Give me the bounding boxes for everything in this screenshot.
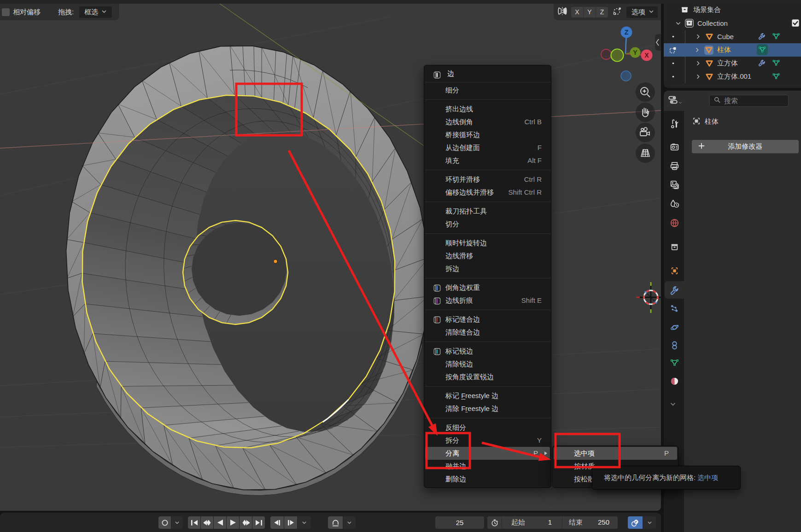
menu-item-填充[interactable]: 填充Alt F [425, 154, 550, 167]
sync-toggle-button[interactable] [628, 516, 643, 529]
auto-keying-dropdown[interactable] [171, 516, 183, 529]
menu-item-融并边[interactable]: 融并边 [425, 460, 550, 473]
options-dropdown[interactable]: 选项 [626, 6, 658, 18]
gizmo-axis-z-neg[interactable] [621, 71, 631, 81]
tab-tool[interactable] [665, 115, 684, 133]
editor-type-button[interactable] [668, 95, 683, 107]
menu-item-从边创建面[interactable]: 从边创建面F [425, 141, 550, 154]
expand-chevron-icon[interactable] [694, 46, 701, 53]
expand-chevron-icon[interactable] [695, 60, 702, 67]
add-modifier-button[interactable]: 添加修改器 [692, 140, 799, 153]
tab-world[interactable] [665, 214, 684, 231]
proportional-editing-icon[interactable] [613, 6, 622, 17]
tab-material[interactable] [665, 372, 684, 390]
gizmo-axis-x[interactable]: X [641, 50, 653, 61]
tab-strip-overflow-chevron-icon[interactable] [669, 400, 677, 410]
expand-chevron-icon[interactable] [675, 20, 682, 27]
zoom-icon[interactable] [636, 82, 655, 102]
menu-item-标记-Freestyle-边[interactable]: 标记 Freestyle 边 [425, 389, 550, 402]
tab-scene[interactable] [665, 195, 684, 212]
pan-hand-icon[interactable] [636, 103, 655, 122]
gizmo-axis-y[interactable]: Y [630, 47, 641, 58]
expand-chevron-icon[interactable] [695, 33, 702, 40]
expand-chevron-icon[interactable] [695, 73, 702, 80]
menu-item-反细分[interactable]: 反细分 [425, 421, 550, 434]
viewport-canvas[interactable]: YZX [0, 4, 661, 511]
stopwatch-icon[interactable] [491, 519, 499, 527]
frame-forward-button[interactable] [284, 516, 297, 529]
menu-item-桥接循环边[interactable]: 桥接循环边 [425, 128, 550, 141]
menu-item-边线折痕[interactable]: 边线折痕Shift E [425, 294, 550, 307]
sync-dropdown[interactable] [643, 516, 656, 529]
tab-render[interactable] [665, 138, 684, 156]
relative-offset-checkbox[interactable] [2, 8, 10, 16]
jump-to-start-button[interactable] [188, 516, 200, 529]
outliner-row-scene-collection[interactable]: 场景集合 [664, 4, 801, 17]
tab-object[interactable] [665, 262, 684, 279]
play-button[interactable] [227, 516, 239, 529]
auto-keying-toggle[interactable] [158, 516, 171, 529]
tab-particles[interactable] [665, 300, 684, 317]
previous-keyframe-button[interactable] [201, 516, 213, 529]
gizmo-axis-z[interactable]: Z [621, 27, 632, 38]
outliner-row--[interactable]: 柱体 [664, 43, 801, 57]
menu-item-label: 标记缝合边 [445, 315, 480, 323]
menu-item-清除锐边[interactable]: 清除锐边 [425, 358, 550, 370]
menu-item-删除边[interactable]: 删除边 [425, 473, 550, 486]
jump-to-end-button[interactable] [252, 516, 265, 529]
mirror-axis-x[interactable]: X [571, 7, 583, 17]
search-input[interactable]: 搜索 [709, 95, 789, 107]
outliner-row--[interactable]: 立方体 [664, 57, 801, 70]
menu-item-边线倒角[interactable]: 边线倒角Ctrl B [425, 116, 550, 128]
outliner-row-collection[interactable]: Collection [664, 17, 801, 30]
sidebar-collapse-tab[interactable] [655, 34, 661, 51]
mirror-axis-z[interactable]: Z [596, 7, 608, 17]
menu-item-分离[interactable]: 分离P [425, 447, 550, 460]
menu-item-挤出边线[interactable]: 挤出边线 [425, 103, 550, 116]
drag-mode-dropdown[interactable]: 框选 [79, 6, 112, 18]
end-frame-field[interactable]: 结束250 [562, 518, 618, 527]
menu-item-环切并滑移[interactable]: 环切并滑移Ctrl R [425, 173, 550, 186]
menu-item-按角度设置锐边[interactable]: 按角度设置锐边 [425, 370, 550, 383]
keying-dropdown[interactable] [343, 516, 356, 529]
outliner-row--001[interactable]: 立方体.001 [664, 70, 801, 83]
current-frame-field[interactable]: 25 [435, 516, 484, 529]
menu-item-顺时针旋转边[interactable]: 顺时针旋转边 [425, 237, 550, 249]
menu-item-清除-Freestyle-边[interactable]: 清除 Freestyle 边 [425, 402, 550, 415]
menu-item-清除缝合边[interactable]: 清除缝合边 [425, 326, 550, 339]
tab-physics[interactable] [665, 318, 684, 336]
menu-item-边线滑移[interactable]: 边线滑移 [425, 249, 550, 262]
keying-set-icon-button[interactable] [328, 516, 343, 529]
outliner-row-cube[interactable]: Cube [664, 30, 801, 43]
menu-item-标记缝合边[interactable]: 标记缝合边 [425, 313, 550, 326]
mirror-icon[interactable] [557, 6, 567, 18]
gizmo-axis-y-neg[interactable] [611, 49, 624, 62]
start-frame-field[interactable]: 起始1 [502, 518, 562, 527]
mirror-axis-y[interactable]: Y [584, 7, 596, 17]
frame-jump-dropdown[interactable] [298, 516, 311, 529]
gizmo-axis-x-neg[interactable] [601, 49, 611, 59]
menu-item-拆边[interactable]: 拆边 [425, 262, 550, 275]
viewport-3d[interactable]: 相对偏移 拖拽: 框选 XYZ 选项 [0, 4, 661, 511]
play-reverse-button[interactable] [214, 516, 226, 529]
menu-separator [425, 233, 550, 234]
menu-item-切分[interactable]: 切分 [425, 218, 550, 231]
menu-item-选中项[interactable]: 选中项P [554, 447, 677, 460]
tab-output[interactable] [665, 157, 684, 174]
grid-perspective-icon[interactable] [636, 144, 655, 163]
menu-item-倒角边权重[interactable]: 倒角边权重 [425, 281, 550, 294]
camera-view-icon[interactable] [636, 123, 655, 142]
frame-back-button[interactable] [270, 516, 284, 529]
menu-item-拆分[interactable]: 拆分Y [425, 434, 550, 447]
tab-view-layer[interactable] [665, 176, 684, 193]
tab-modifiers[interactable] [665, 281, 684, 299]
menu-item-偏移边线并滑移[interactable]: 偏移边线并滑移Shift Ctrl R [425, 186, 550, 199]
tab-collection[interactable] [665, 238, 684, 255]
menu-item-标记锐边[interactable]: 标记锐边 [425, 345, 550, 358]
menu-item-细分[interactable]: 细分 [425, 84, 550, 97]
tab-constraints[interactable] [665, 336, 684, 354]
menu-item-裁刀拓扑工具[interactable]: 裁刀拓扑工具 [425, 205, 550, 218]
next-keyframe-button[interactable] [240, 516, 252, 529]
tab-object-data[interactable] [665, 354, 684, 371]
collection-checkbox[interactable] [791, 19, 800, 27]
